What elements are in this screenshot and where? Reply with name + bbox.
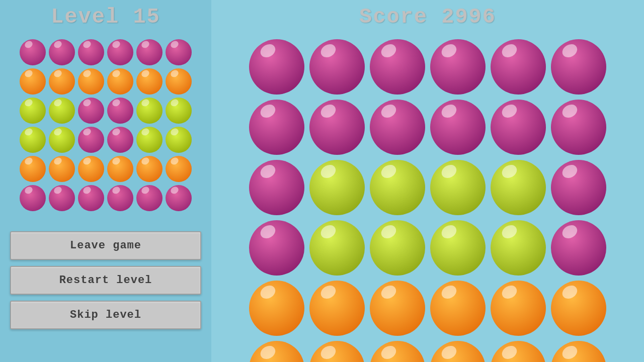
small-gem[interactable] bbox=[49, 98, 75, 124]
small-gem[interactable] bbox=[136, 185, 163, 211]
big-gem[interactable] bbox=[309, 39, 365, 95]
big-gem[interactable] bbox=[370, 160, 425, 215]
big-gem[interactable] bbox=[551, 341, 606, 362]
big-gem[interactable] bbox=[491, 100, 546, 155]
big-gem[interactable] bbox=[370, 341, 425, 362]
small-gem[interactable] bbox=[20, 98, 46, 124]
big-gem[interactable] bbox=[491, 39, 546, 95]
small-gem[interactable] bbox=[136, 156, 163, 182]
small-gem[interactable] bbox=[166, 98, 192, 124]
big-gem[interactable] bbox=[551, 100, 606, 155]
small-gem[interactable] bbox=[78, 39, 104, 65]
small-gem[interactable] bbox=[166, 156, 192, 182]
small-gem[interactable] bbox=[49, 127, 75, 153]
left-panel: Level 15 Leave game Restart level Skip l… bbox=[0, 0, 211, 362]
small-gem[interactable] bbox=[78, 156, 104, 182]
big-gem[interactable] bbox=[249, 341, 304, 362]
big-gem[interactable] bbox=[249, 100, 304, 155]
small-gem[interactable] bbox=[107, 185, 133, 211]
big-gem[interactable] bbox=[249, 220, 304, 276]
big-gem[interactable] bbox=[309, 100, 365, 155]
big-gem[interactable] bbox=[430, 341, 486, 362]
small-gem[interactable] bbox=[78, 185, 104, 211]
small-gem[interactable] bbox=[20, 185, 46, 211]
big-gem[interactable] bbox=[249, 281, 304, 336]
small-gem[interactable] bbox=[78, 68, 104, 95]
big-gem[interactable] bbox=[309, 341, 365, 362]
small-gem[interactable] bbox=[107, 127, 133, 153]
big-gem[interactable] bbox=[551, 220, 606, 276]
small-gem[interactable] bbox=[20, 127, 46, 153]
big-gem[interactable] bbox=[309, 281, 365, 336]
level-title: Level 15 bbox=[51, 5, 160, 29]
small-gem[interactable] bbox=[49, 68, 75, 95]
small-gem[interactable] bbox=[136, 39, 163, 65]
restart-level-button[interactable]: Restart level bbox=[10, 266, 201, 295]
big-gem[interactable] bbox=[309, 220, 365, 276]
small-gem[interactable] bbox=[107, 68, 133, 95]
small-gem[interactable] bbox=[78, 127, 104, 153]
big-gem[interactable] bbox=[370, 281, 425, 336]
small-gem[interactable] bbox=[49, 185, 75, 211]
small-gem[interactable] bbox=[20, 156, 46, 182]
small-gem[interactable] bbox=[107, 98, 133, 124]
small-gem[interactable] bbox=[166, 185, 192, 211]
small-gem[interactable] bbox=[166, 127, 192, 153]
small-gem[interactable] bbox=[20, 68, 46, 95]
small-gem[interactable] bbox=[107, 156, 133, 182]
big-gem[interactable] bbox=[370, 39, 425, 95]
small-gem[interactable] bbox=[49, 39, 75, 65]
big-gem[interactable] bbox=[491, 160, 546, 215]
small-gem[interactable] bbox=[107, 39, 133, 65]
small-grid bbox=[20, 39, 192, 211]
big-gem[interactable] bbox=[249, 39, 304, 95]
big-gem[interactable] bbox=[430, 39, 486, 95]
skip-level-button[interactable]: Skip level bbox=[10, 301, 201, 329]
small-gem[interactable] bbox=[136, 98, 163, 124]
small-gem[interactable] bbox=[166, 39, 192, 65]
big-gem[interactable] bbox=[430, 100, 486, 155]
big-gem[interactable] bbox=[491, 281, 546, 336]
big-gem[interactable] bbox=[430, 281, 486, 336]
small-gem[interactable] bbox=[20, 39, 46, 65]
big-gem[interactable] bbox=[370, 220, 425, 276]
big-grid bbox=[249, 39, 606, 362]
big-gem[interactable] bbox=[309, 160, 365, 215]
big-gem[interactable] bbox=[491, 341, 546, 362]
big-gem[interactable] bbox=[249, 160, 304, 215]
big-gem[interactable] bbox=[551, 281, 606, 336]
big-gem[interactable] bbox=[430, 220, 486, 276]
small-gem[interactable] bbox=[78, 98, 104, 124]
small-gem[interactable] bbox=[136, 127, 163, 153]
leave-game-button[interactable]: Leave game bbox=[10, 231, 201, 260]
small-gem[interactable] bbox=[166, 68, 192, 95]
score-title: Score 2996 bbox=[359, 5, 496, 29]
right-panel: Score 2996 bbox=[211, 0, 644, 362]
small-gem[interactable] bbox=[136, 68, 163, 95]
small-gem[interactable] bbox=[49, 156, 75, 182]
big-gem[interactable] bbox=[491, 220, 546, 276]
big-gem[interactable] bbox=[551, 39, 606, 95]
button-panel: Leave game Restart level Skip level bbox=[10, 231, 201, 329]
big-gem[interactable] bbox=[430, 160, 486, 215]
big-gem[interactable] bbox=[551, 160, 606, 215]
big-gem[interactable] bbox=[370, 100, 425, 155]
